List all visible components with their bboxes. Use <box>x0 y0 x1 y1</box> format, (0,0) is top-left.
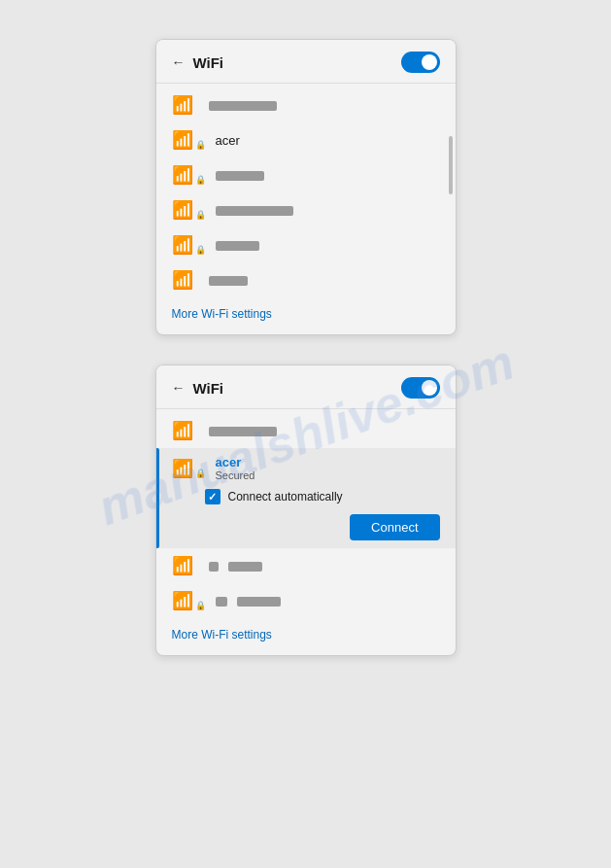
wifi-name-2-4 <box>216 594 282 608</box>
wifi-item-2-4[interactable]: 📶 🔒 <box>156 583 456 618</box>
blurred-name-2-3b <box>228 562 262 572</box>
lock-icon-2-2: 🔒 <box>195 469 206 478</box>
blurred-name-2-1 <box>209 427 277 436</box>
header-left-1: ← WiFi <box>172 54 224 71</box>
header-left-2: ← WiFi <box>172 380 224 397</box>
wifi-name-1-1 <box>209 98 277 113</box>
connect-auto-label: Connect automatically <box>228 490 343 503</box>
selected-bar-2 <box>156 448 159 548</box>
wifi-item-2-2[interactable]: 📶 🔒 acer Secured <box>156 448 456 485</box>
toggle-track-2 <box>401 377 440 399</box>
wifi-icon-wrap-2-1: 📶 <box>172 420 199 441</box>
wifi-name-2-1 <box>209 424 277 438</box>
wifi-list-1: 📶 📶 🔒 acer 📶 🔒 <box>156 87 456 297</box>
panel-title-1: WiFi <box>193 54 224 71</box>
wifi-panel-1: ← WiFi 📶 📶 🔒 <box>155 39 457 335</box>
lock-icon-1-3: 🔒 <box>195 175 206 185</box>
more-wifi-settings-1[interactable]: More Wi-Fi settings <box>156 297 456 325</box>
wifi-panel-2: ← WiFi 📶 <box>155 365 457 656</box>
divider-2 <box>156 408 456 409</box>
lock-icon-1-4: 🔒 <box>195 210 206 220</box>
back-button-2[interactable]: ← <box>172 380 186 396</box>
wifi-toggle-2[interactable] <box>401 377 440 399</box>
wifi-icon-wrap-1-3: 📶 🔒 <box>172 164 206 186</box>
panel-title-2: WiFi <box>193 380 224 397</box>
wifi-icon-wrap-2-4: 📶 🔒 <box>172 590 206 611</box>
wifi-name-2-3 <box>209 559 263 573</box>
toggle-thumb-2 <box>422 380 437 396</box>
wifi-signal-icon-2-3: 📶 <box>172 555 193 576</box>
wifi-item-1-4[interactable]: 📶 🔒 <box>156 192 456 227</box>
wifi-signal-icon-2-4: 📶 <box>172 590 193 611</box>
blurred-name-1-5 <box>216 241 259 251</box>
back-button-1[interactable]: ← <box>172 54 186 70</box>
divider-1 <box>156 83 456 84</box>
wifi-icon-wrap-2-2: 📶 🔒 <box>172 458 206 479</box>
lock-icon-1-2: 🔒 <box>195 140 206 150</box>
wifi-item-1-1[interactable]: 📶 <box>156 87 456 122</box>
blurred-name-1-1 <box>209 101 277 111</box>
blurred-name-2-4b <box>237 597 281 607</box>
wifi-name-2-2: acer <box>216 455 255 469</box>
panel-header-1: ← WiFi <box>156 40 456 83</box>
wifi-item-1-5[interactable]: 📶 🔒 <box>156 227 456 262</box>
wifi-icon-wrap-1-1: 📶 <box>172 94 199 116</box>
wifi-name-1-6 <box>209 273 248 288</box>
lock-icon-1-5: 🔒 <box>195 245 206 255</box>
expand-details-2: Connect automatically Connect <box>156 485 456 548</box>
lock-icon-2-4: 🔒 <box>195 601 206 610</box>
panel-inner-1: 📶 📶 🔒 acer 📶 🔒 <box>156 87 456 297</box>
wifi-name-1-3 <box>216 168 264 183</box>
blurred-name-1-4 <box>216 206 293 216</box>
wifi-icon-wrap-1-4: 📶 🔒 <box>172 199 206 221</box>
wifi-icon-wrap-2-3: 📶 <box>172 555 199 576</box>
toggle-thumb-1 <box>422 54 437 70</box>
wifi-signal-icon-2-1: 📶 <box>172 420 193 441</box>
wifi-toggle-1[interactable] <box>401 52 440 73</box>
blurred-name-1-3 <box>216 171 264 181</box>
wifi-icon-wrap-1-5: 📶 🔒 <box>172 234 206 256</box>
wifi-item-2-3[interactable]: 📶 <box>156 548 456 583</box>
connect-auto-checkbox[interactable] <box>205 489 221 504</box>
wifi-status-2-2: Secured <box>216 469 255 481</box>
wifi-signal-icon-1-4: 📶 <box>172 199 193 221</box>
more-wifi-settings-2[interactable]: More Wi-Fi settings <box>156 618 456 645</box>
wifi-signal-icon-2-2: 📶 <box>172 458 193 479</box>
wifi-list-2: 📶 📶 🔒 acer Secured <box>156 413 456 618</box>
scrollbar-1[interactable] <box>449 136 453 194</box>
wifi-name-1-5 <box>216 238 259 253</box>
wifi-item-2-1[interactable]: 📶 <box>156 413 456 448</box>
wifi-item-1-6[interactable]: 📶 <box>156 262 456 297</box>
wifi-icon-wrap-1-6: 📶 <box>172 269 199 291</box>
blurred-name-1-6 <box>209 276 248 286</box>
blurred-name-2-3a <box>209 562 219 572</box>
wifi-signal-icon-1-5: 📶 <box>172 234 193 256</box>
wifi-name-1-4 <box>216 203 293 218</box>
wifi-name-area-2-2: acer Secured <box>216 455 255 481</box>
connect-auto-row: Connect automatically <box>205 489 440 504</box>
wifi-item-1-3[interactable]: 📶 🔒 <box>156 157 456 192</box>
wifi-item-wrapper-2-2: 📶 🔒 acer Secured Connect automatically C… <box>156 448 456 548</box>
connect-button[interactable]: Connect <box>350 514 439 540</box>
wifi-signal-icon-1-2: 📶 <box>172 129 193 151</box>
toggle-track-1 <box>401 52 440 73</box>
blurred-name-2-4a <box>216 597 227 607</box>
panel-inner-2: 📶 📶 🔒 acer Secured <box>156 413 456 618</box>
wifi-signal-icon-1-3: 📶 <box>172 164 193 186</box>
wifi-item-1-2[interactable]: 📶 🔒 acer <box>156 122 456 157</box>
wifi-signal-icon-1-1: 📶 <box>172 94 193 116</box>
panel-header-2: ← WiFi <box>156 365 456 408</box>
wifi-name-1-2: acer <box>216 133 240 148</box>
wifi-signal-icon-1-6: 📶 <box>172 269 193 291</box>
wifi-icon-wrap-1-2: 📶 🔒 <box>172 129 206 151</box>
connect-btn-row: Connect <box>205 514 440 542</box>
